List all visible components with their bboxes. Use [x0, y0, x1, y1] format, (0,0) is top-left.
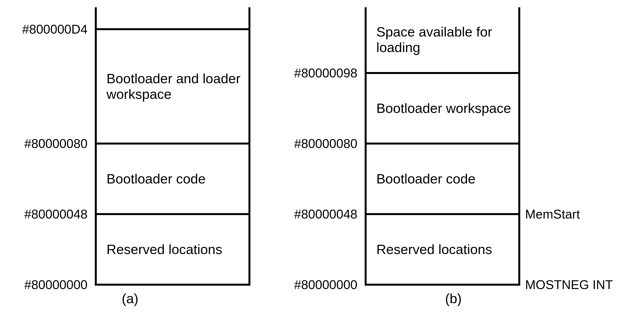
- addr-b-80: #80000080: [294, 136, 357, 151]
- segment-b-available: Space available for loading: [366, 7, 518, 74]
- addr-b-98: #80000098: [294, 66, 357, 80]
- segment-stack-a: Bootloader and loader workspace Bootload…: [95, 7, 250, 286]
- segment-label: Bootloader and loader workspace: [106, 71, 248, 102]
- caption-b: (b): [445, 290, 462, 306]
- address-column-a: #800000D4 #80000080 #80000048 #80000000: [10, 7, 95, 286]
- memory-map-a: #800000D4 #80000080 #80000048 #80000000 …: [10, 7, 250, 286]
- segment-a-workspace: Bootloader and loader workspace: [97, 30, 248, 145]
- segment-label: Bootloader code: [106, 171, 206, 187]
- addr-a-00: #80000000: [24, 277, 88, 292]
- segment-b-code: Bootloader code: [366, 145, 518, 215]
- diagram-a: #800000D4 #80000080 #80000048 #80000000 …: [10, 7, 250, 317]
- addr-a-48: #80000048: [24, 207, 88, 221]
- addr-a-80: #80000080: [24, 136, 88, 151]
- segment-label: Reserved locations: [376, 242, 492, 257]
- segment-label: Reserved locations: [106, 242, 222, 257]
- caption-a: (a): [122, 290, 138, 306]
- segment-b-reserved: Reserved locations: [366, 215, 518, 286]
- segment-label: Bootloader code: [376, 171, 476, 187]
- diagram-b: #80000098 #80000080 #80000048 #80000000 …: [280, 7, 627, 317]
- segment-b-workspace: Bootloader workspace: [366, 74, 518, 145]
- memory-map-b: #80000098 #80000080 #80000048 #80000000 …: [280, 7, 627, 286]
- diagram-container: #800000D4 #80000080 #80000048 #80000000 …: [0, 0, 644, 327]
- segment-a-reserved: Reserved locations: [97, 215, 248, 286]
- label-mostneg: MOSTNEG INT: [525, 277, 613, 292]
- segment-stack-b: Space available for loading Bootloader w…: [365, 7, 520, 286]
- address-column-b: #80000098 #80000080 #80000048 #80000000: [280, 7, 365, 286]
- segment-a-open: [97, 7, 248, 30]
- addr-b-00: #80000000: [294, 277, 357, 292]
- addr-b-48: #80000048: [294, 207, 357, 221]
- segment-label: Bootloader workspace: [376, 101, 511, 116]
- right-label-column-b: MemStart MOSTNEG INT: [525, 7, 627, 286]
- segment-a-code: Bootloader code: [97, 145, 248, 215]
- segment-label: Space available for loading: [376, 24, 518, 56]
- addr-a-d4: #800000D4: [22, 22, 88, 37]
- label-memstart: MemStart: [525, 207, 580, 221]
